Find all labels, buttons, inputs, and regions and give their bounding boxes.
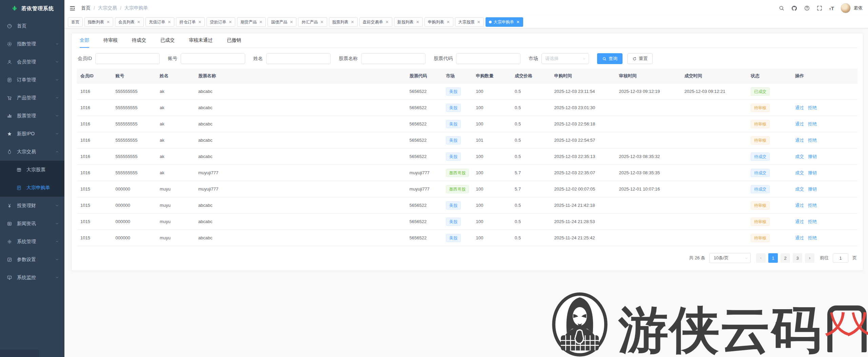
filter-tab-pending-deal[interactable]: 待成交 — [132, 33, 146, 48]
action-reject[interactable]: 拒绝 — [808, 235, 817, 240]
close-icon[interactable]: ✕ — [106, 20, 110, 24]
search-select-market[interactable]: 请选择 — [541, 53, 589, 64]
close-icon[interactable]: ✕ — [290, 20, 293, 24]
avatar[interactable] — [841, 3, 851, 13]
sidebar-item-block-purchase-orders[interactable]: 大宗申购单 — [0, 179, 64, 197]
action-cancel[interactable]: 撤销 — [808, 170, 817, 175]
sidebar-item-block-stocks[interactable]: 大宗股票 — [0, 161, 64, 179]
query-button[interactable]: 查询 — [597, 53, 623, 64]
fullscreen-icon[interactable] — [816, 5, 823, 11]
action-reject[interactable]: 拒绝 — [808, 121, 817, 126]
next-page-button[interactable]: › — [805, 253, 814, 263]
sidebar-item-params[interactable]: 参数设置 — [0, 251, 64, 269]
username[interactable]: 若依 — [854, 5, 863, 11]
reset-button[interactable]: 重置 — [627, 53, 653, 64]
search-input-stock-name[interactable] — [361, 53, 426, 64]
tag-block-stocks[interactable]: 大宗股票 ✕ — [455, 17, 484, 27]
filter-tab-dealt[interactable]: 已成交 — [160, 33, 175, 48]
search-input-name[interactable] — [266, 53, 331, 64]
close-icon[interactable]: ✕ — [259, 20, 262, 24]
close-icon[interactable]: ✕ — [229, 20, 232, 24]
close-icon[interactable]: ✕ — [137, 20, 140, 24]
close-icon[interactable]: ✕ — [386, 20, 389, 24]
tag-new-stock-list[interactable]: 新股列表 ✕ — [394, 17, 423, 27]
close-icon[interactable]: ✕ — [477, 20, 480, 24]
action-reject[interactable]: 拒绝 — [808, 219, 817, 224]
close-icon[interactable]: ✕ — [198, 20, 201, 24]
tag-member-list[interactable]: 会员列表 ✕ — [115, 17, 144, 27]
action-cancel[interactable]: 撤销 — [808, 186, 817, 192]
close-icon[interactable]: ✕ — [447, 20, 450, 24]
close-icon[interactable]: ✕ — [516, 20, 520, 24]
action-deal[interactable]: 成交 — [795, 186, 804, 192]
app-logo[interactable]: 若依管理系统 — [0, 0, 64, 17]
help-icon[interactable] — [804, 5, 810, 11]
close-icon[interactable]: ✕ — [167, 20, 171, 24]
page-button-1[interactable]: 1 — [768, 253, 778, 263]
tag-home[interactable]: 首页 — [68, 17, 83, 27]
sidebar-item-index-mgmt[interactable]: 指数管理 — [0, 35, 64, 53]
prev-page-button[interactable]: ‹ — [756, 253, 766, 263]
sidebar-item-block-trade[interactable]: 大宗交易 — [0, 143, 64, 161]
sidebar-item-order-mgmt[interactable]: 订单管理 — [0, 71, 64, 89]
filter-tab-cancelled[interactable]: 已撤销 — [227, 33, 241, 48]
action-deal[interactable]: 成交 — [795, 154, 804, 159]
breadcrumb-item[interactable]: 首页 — [81, 5, 91, 11]
page-button-2[interactable]: 2 — [781, 253, 790, 263]
sidebar-item-news[interactable]: 新闻资讯 — [0, 215, 64, 233]
sidebar-item-home[interactable]: 首页 — [0, 17, 64, 35]
sidebar-item-ipo[interactable]: 新股IPO — [0, 125, 64, 143]
status-badge: 待审核 — [751, 104, 770, 112]
tag-forex-products[interactable]: 外汇产品 ✕ — [298, 17, 327, 27]
action-approve[interactable]: 通过 — [795, 219, 804, 224]
action-reject[interactable]: 拒绝 — [808, 138, 817, 143]
sidebar-item-system-mgmt[interactable]: 系统管理 — [0, 233, 64, 251]
page-button-3[interactable]: 3 — [793, 253, 802, 263]
tag-bond-products[interactable]: 国债产品 ✕ — [268, 17, 296, 27]
sidebar-item-product-mgmt[interactable]: 产品管理 — [0, 89, 64, 107]
search-input-stock-code[interactable] — [456, 53, 520, 64]
sidebar-item-member-mgmt[interactable]: 会员管理 — [0, 53, 64, 71]
topbar: 首页/大宗交易/大宗申购单 тT 若依 — [64, 0, 868, 16]
breadcrumb-item[interactable]: 大宗交易 — [98, 5, 117, 11]
goto-page-input[interactable] — [833, 253, 848, 263]
filter-tab-all[interactable]: 全部 — [80, 33, 89, 48]
tag-index-list[interactable]: 指数列表 ✕ — [84, 17, 113, 27]
chevron-up-icon — [55, 150, 59, 154]
action-deal[interactable]: 成交 — [795, 170, 804, 175]
action-approve[interactable]: 通过 — [795, 235, 804, 240]
action-approve[interactable]: 通过 — [795, 138, 804, 143]
sidebar-item-label: 大宗股票 — [26, 167, 59, 173]
filter-tab-audit-rejected[interactable]: 审核未通过 — [189, 33, 213, 48]
github-icon[interactable] — [791, 5, 797, 12]
close-icon[interactable]: ✕ — [416, 20, 419, 24]
font-size-icon[interactable]: тT — [829, 6, 834, 11]
search-input-account[interactable] — [181, 53, 245, 64]
action-approve[interactable]: 通过 — [795, 203, 804, 208]
action-reject[interactable]: 拒绝 — [808, 203, 817, 208]
sidebar-item-monitor[interactable]: 系统监控 — [0, 269, 64, 286]
breadcrumb-separator: / — [94, 5, 95, 11]
action-reject[interactable]: 拒绝 — [808, 105, 817, 110]
search-icon[interactable] — [778, 5, 785, 11]
action-approve[interactable]: 通过 — [795, 121, 804, 126]
sidebar-item-stock-mgmt[interactable]: 股票管理 — [0, 107, 64, 125]
tag-position-orders[interactable]: 持仓订单 ✕ — [176, 17, 205, 27]
tag-premarket-orders[interactable]: 盘前交易单 ✕ — [359, 17, 392, 27]
fold-menu-icon[interactable] — [68, 4, 77, 13]
filter-tab-pending-audit[interactable]: 待审核 — [103, 33, 118, 48]
tag-block-purchase-orders[interactable]: 大宗申购单 ✕ — [486, 17, 523, 27]
tag-recharge-orders[interactable]: 充值订单 ✕ — [145, 17, 174, 27]
tag-subscribe-list[interactable]: 申购列表 ✕ — [425, 17, 453, 27]
tag-loan-orders[interactable]: 贷款订单 ✕ — [206, 17, 235, 27]
action-cancel[interactable]: 撤销 — [808, 154, 817, 159]
tag-stock-list[interactable]: 股票列表 ✕ — [329, 17, 358, 27]
action-approve[interactable]: 通过 — [795, 105, 804, 110]
close-icon[interactable]: ✕ — [320, 20, 323, 24]
search-input-member-id[interactable] — [95, 53, 160, 64]
page-size-select[interactable]: 10条/页 — [709, 253, 751, 263]
close-icon[interactable]: ✕ — [351, 20, 354, 24]
sidebar-item-invest[interactable]: 投资理财 — [0, 197, 64, 215]
tag-label: 大宗申购单 — [494, 19, 514, 25]
tag-futures-products[interactable]: 期货产品 ✕ — [237, 17, 266, 27]
